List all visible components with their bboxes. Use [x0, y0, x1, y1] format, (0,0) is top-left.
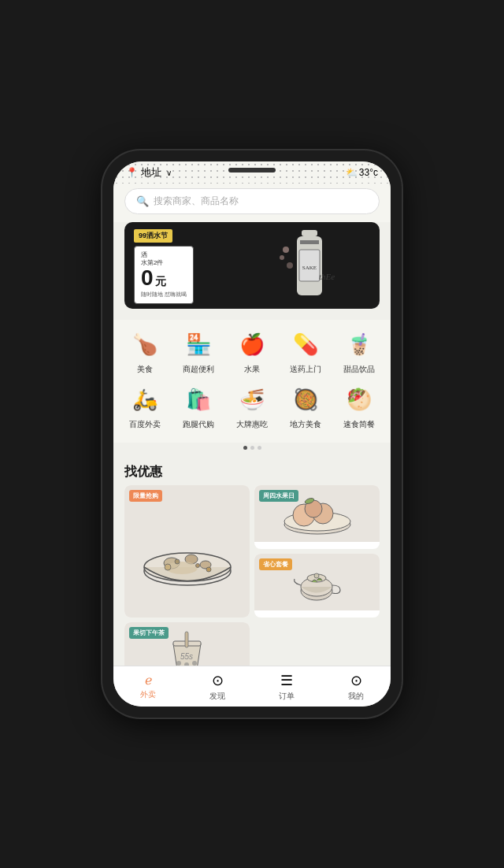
phone-frame: 📍 地址 ∨ ⛅ 33°c 🔍 搜索商家、商品名称 99洒水节	[102, 150, 402, 718]
deal-card-limited[interactable]: 限量抢购	[124, 485, 250, 618]
cat-icon: 🥘	[293, 389, 318, 410]
cat-icon-wrap: 🏪	[182, 328, 215, 361]
category-item-2[interactable]: 🍜 大牌惠吃	[230, 383, 274, 430]
banner-box: 洒 水第2件 0 元 随时随地 怼嗨就喝	[134, 246, 194, 305]
cat-icon: 🧋	[346, 334, 372, 354]
nav-item-delivery[interactable]: ℯ 外卖	[113, 666, 183, 707]
nav-item-discover[interactable]: ⊙ 发现	[183, 666, 252, 707]
location-row[interactable]: 📍 地址 ∨	[126, 165, 172, 180]
discover-icon: ⊙	[212, 672, 224, 689]
discover-label: 发现	[209, 691, 225, 702]
cat-icon-wrap: 💊	[289, 328, 322, 361]
status-bar: 📍 地址 ∨ ⛅ 33°c	[113, 161, 391, 184]
category-item-2[interactable]: 🍎 水果	[230, 328, 274, 375]
deals-section-header: 找优惠	[113, 456, 391, 485]
food-illustration-3	[291, 555, 343, 609]
nav-item-profile[interactable]: ⊙ 我的	[321, 666, 391, 707]
deal-card-combo[interactable]: 省心套餐	[254, 554, 380, 618]
banner-price: 0 元	[141, 267, 187, 289]
deal-badge-fruit: 周四水果日	[259, 490, 298, 502]
cat-icon: 🥙	[346, 389, 372, 410]
cat-icon-wrap: 🥙	[343, 383, 376, 416]
svg-point-5	[283, 247, 289, 253]
phone-screen: 📍 地址 ∨ ⛅ 33°c 🔍 搜索商家、商品名称 99洒水节	[113, 161, 391, 707]
page-dot-1	[243, 446, 247, 450]
svg-point-7	[287, 262, 293, 269]
banner-box-title: 洒 水第2件	[141, 251, 187, 268]
cat-label: 甜品饮品	[343, 364, 375, 375]
delivery-icon: ℯ	[145, 673, 152, 688]
delivery-label: 外卖	[140, 689, 156, 700]
cat-label: 商超便利	[183, 364, 214, 375]
promo-banner[interactable]: 99洒水节 洒 水第2件 0 元 随时随地 怼嗨就喝	[124, 222, 380, 309]
category-item-1[interactable]: 🏪 商超便利	[176, 328, 220, 375]
cat-icon: 🛵	[132, 389, 158, 410]
temperature-text: 33°c	[359, 167, 378, 178]
category-item-0[interactable]: 🍗 美食	[123, 328, 167, 375]
category-item-4[interactable]: 🥙 速食简餐	[337, 383, 381, 430]
cat-icon-wrap: 🍗	[128, 328, 161, 361]
cat-label: 跑腿代购	[183, 419, 214, 430]
svg-point-32	[176, 661, 181, 666]
deal-card-afternoon[interactable]: 果切下午茶 55s	[124, 622, 250, 666]
svg-rect-30	[185, 632, 188, 647]
chevron-down-icon: ∨	[166, 169, 172, 177]
search-icon: 🔍	[136, 195, 149, 207]
cat-icon: 🛍️	[186, 389, 211, 410]
deal-badge-limited: 限量抢购	[129, 490, 162, 502]
nav-item-orders[interactable]: ☰ 订单	[252, 666, 321, 707]
svg-point-34	[192, 661, 197, 666]
banner-tag: 99洒水节	[134, 229, 172, 243]
svg-point-17	[165, 564, 171, 570]
main-scroll-area[interactable]: 🔍 搜索商家、商品名称 99洒水节 洒 水第2件 0 元	[113, 184, 391, 666]
cat-label: 地方美食	[290, 419, 321, 430]
cat-icon: 🏪	[186, 334, 211, 354]
svg-point-28	[314, 573, 319, 578]
banner-subtitle: 随时随地 怼嗨就喝	[141, 291, 187, 299]
cat-icon-wrap: 🛍️	[182, 383, 215, 416]
svg-rect-2	[300, 240, 319, 244]
page-dot-3	[258, 446, 261, 450]
orders-icon: ☰	[280, 672, 293, 689]
location-text: 地址	[141, 165, 161, 180]
search-placeholder: 搜索商家、商品名称	[154, 195, 239, 208]
cat-icon-wrap: 🍎	[235, 328, 269, 361]
category-item-0[interactable]: 🛵 百度外卖	[123, 383, 167, 430]
cat-icon: 🍜	[239, 389, 265, 410]
svg-point-16	[195, 564, 199, 568]
cat-label: 大牌惠吃	[236, 419, 268, 430]
category-item-1[interactable]: 🛍️ 跑腿代购	[176, 383, 220, 430]
weather-icon: ⛅	[346, 167, 358, 178]
location-icon: 📍	[126, 167, 138, 178]
cat-label: 送药上门	[290, 364, 321, 375]
speaker	[228, 168, 276, 172]
cat-label: 百度外卖	[129, 419, 161, 430]
cat-icon-wrap: 🥘	[289, 383, 322, 416]
price-unit: 元	[155, 275, 166, 289]
cat-icon: 🍗	[132, 334, 158, 354]
deal-badge-afternoon: 果切下午茶	[129, 627, 169, 639]
banner-content: 99洒水节 洒 水第2件 0 元 随时随地 怼嗨就喝	[124, 222, 203, 309]
page-dot-2	[250, 446, 254, 450]
svg-text:55s: 55s	[180, 652, 193, 661]
search-bar[interactable]: 🔍 搜索商家、商品名称	[124, 188, 380, 214]
svg-text:SAKE: SAKE	[302, 265, 317, 271]
deal-image-limited	[124, 485, 250, 618]
categories-section: 🍗 美食 🏪 商超便利 🍎 水果 💊 送药上门 🧋 甜品饮品	[113, 320, 391, 443]
price-number: 0	[141, 267, 154, 289]
food-illustration-4: 55s	[161, 624, 213, 666]
category-item-4[interactable]: 🧋 甜品饮品	[337, 328, 381, 375]
cat-icon: 🍎	[239, 334, 265, 354]
profile-icon: ⊙	[350, 672, 362, 689]
deals-title: 找优惠	[124, 464, 380, 480]
cat-label: 美食	[137, 364, 153, 375]
cat-icon-wrap: 🍜	[235, 383, 269, 416]
svg-point-6	[280, 255, 284, 260]
category-item-3[interactable]: 💊 送药上门	[284, 328, 328, 375]
deal-card-fruit[interactable]: 周四水果日	[254, 485, 380, 549]
cat-icon: 💊	[293, 334, 318, 354]
cat-label: 水果	[244, 364, 260, 375]
bottle-illustration: SAKE thEe	[262, 226, 357, 305]
svg-point-15	[175, 559, 180, 564]
category-item-3[interactable]: 🥘 地方美食	[284, 383, 328, 430]
